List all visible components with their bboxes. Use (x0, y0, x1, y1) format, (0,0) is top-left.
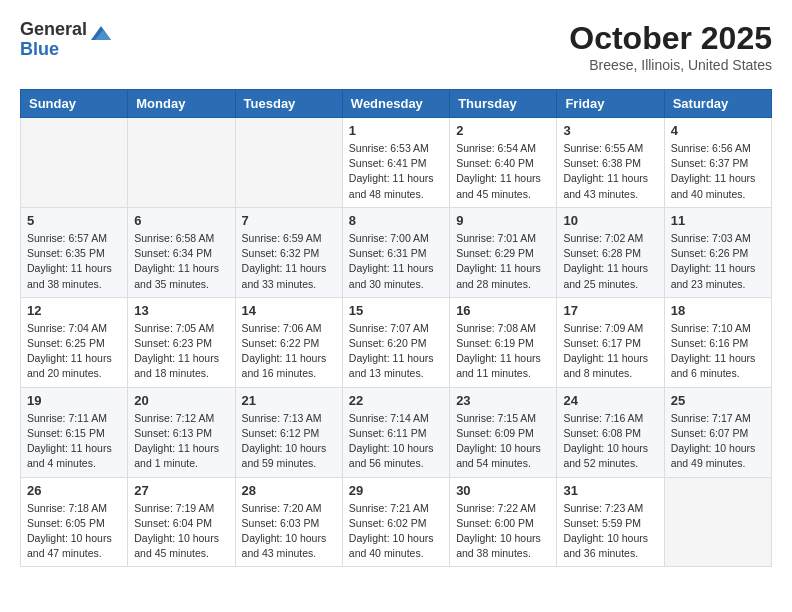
logo: General Blue (20, 20, 113, 60)
calendar-cell: 20Sunrise: 7:12 AM Sunset: 6:13 PM Dayli… (128, 387, 235, 477)
page-header: General Blue October 2025 Breese, Illino… (20, 20, 772, 73)
day-info: Sunrise: 7:21 AM Sunset: 6:02 PM Dayligh… (349, 501, 443, 562)
day-number: 12 (27, 303, 121, 318)
calendar-day-header: Friday (557, 90, 664, 118)
day-number: 15 (349, 303, 443, 318)
day-number: 10 (563, 213, 657, 228)
day-number: 29 (349, 483, 443, 498)
day-info: Sunrise: 7:17 AM Sunset: 6:07 PM Dayligh… (671, 411, 765, 472)
day-number: 4 (671, 123, 765, 138)
day-number: 6 (134, 213, 228, 228)
calendar-cell: 5Sunrise: 6:57 AM Sunset: 6:35 PM Daylig… (21, 207, 128, 297)
day-number: 9 (456, 213, 550, 228)
calendar-day-header: Thursday (450, 90, 557, 118)
calendar-cell: 24Sunrise: 7:16 AM Sunset: 6:08 PM Dayli… (557, 387, 664, 477)
day-info: Sunrise: 7:23 AM Sunset: 5:59 PM Dayligh… (563, 501, 657, 562)
day-number: 21 (242, 393, 336, 408)
day-info: Sunrise: 7:04 AM Sunset: 6:25 PM Dayligh… (27, 321, 121, 382)
calendar-cell: 17Sunrise: 7:09 AM Sunset: 6:17 PM Dayli… (557, 297, 664, 387)
calendar-cell: 10Sunrise: 7:02 AM Sunset: 6:28 PM Dayli… (557, 207, 664, 297)
day-info: Sunrise: 7:11 AM Sunset: 6:15 PM Dayligh… (27, 411, 121, 472)
day-info: Sunrise: 7:07 AM Sunset: 6:20 PM Dayligh… (349, 321, 443, 382)
calendar-week-row: 12Sunrise: 7:04 AM Sunset: 6:25 PM Dayli… (21, 297, 772, 387)
day-number: 26 (27, 483, 121, 498)
calendar-cell: 16Sunrise: 7:08 AM Sunset: 6:19 PM Dayli… (450, 297, 557, 387)
calendar-cell (664, 477, 771, 567)
day-info: Sunrise: 7:08 AM Sunset: 6:19 PM Dayligh… (456, 321, 550, 382)
calendar-cell: 29Sunrise: 7:21 AM Sunset: 6:02 PM Dayli… (342, 477, 449, 567)
calendar-cell: 13Sunrise: 7:05 AM Sunset: 6:23 PM Dayli… (128, 297, 235, 387)
calendar-header-row: SundayMondayTuesdayWednesdayThursdayFrid… (21, 90, 772, 118)
calendar-cell: 26Sunrise: 7:18 AM Sunset: 6:05 PM Dayli… (21, 477, 128, 567)
day-info: Sunrise: 7:06 AM Sunset: 6:22 PM Dayligh… (242, 321, 336, 382)
day-number: 27 (134, 483, 228, 498)
day-info: Sunrise: 7:16 AM Sunset: 6:08 PM Dayligh… (563, 411, 657, 472)
day-info: Sunrise: 7:15 AM Sunset: 6:09 PM Dayligh… (456, 411, 550, 472)
day-number: 22 (349, 393, 443, 408)
calendar-cell: 21Sunrise: 7:13 AM Sunset: 6:12 PM Dayli… (235, 387, 342, 477)
day-info: Sunrise: 7:14 AM Sunset: 6:11 PM Dayligh… (349, 411, 443, 472)
day-info: Sunrise: 6:53 AM Sunset: 6:41 PM Dayligh… (349, 141, 443, 202)
calendar-cell: 23Sunrise: 7:15 AM Sunset: 6:09 PM Dayli… (450, 387, 557, 477)
calendar-cell: 14Sunrise: 7:06 AM Sunset: 6:22 PM Dayli… (235, 297, 342, 387)
calendar-day-header: Tuesday (235, 90, 342, 118)
day-number: 2 (456, 123, 550, 138)
calendar-cell: 25Sunrise: 7:17 AM Sunset: 6:07 PM Dayli… (664, 387, 771, 477)
location: Breese, Illinois, United States (569, 57, 772, 73)
day-number: 16 (456, 303, 550, 318)
day-info: Sunrise: 7:02 AM Sunset: 6:28 PM Dayligh… (563, 231, 657, 292)
day-info: Sunrise: 7:12 AM Sunset: 6:13 PM Dayligh… (134, 411, 228, 472)
day-number: 5 (27, 213, 121, 228)
day-info: Sunrise: 7:10 AM Sunset: 6:16 PM Dayligh… (671, 321, 765, 382)
calendar-table: SundayMondayTuesdayWednesdayThursdayFrid… (20, 89, 772, 567)
calendar-cell: 2Sunrise: 6:54 AM Sunset: 6:40 PM Daylig… (450, 118, 557, 208)
day-number: 25 (671, 393, 765, 408)
day-info: Sunrise: 7:01 AM Sunset: 6:29 PM Dayligh… (456, 231, 550, 292)
calendar-cell: 12Sunrise: 7:04 AM Sunset: 6:25 PM Dayli… (21, 297, 128, 387)
day-number: 7 (242, 213, 336, 228)
calendar-cell: 1Sunrise: 6:53 AM Sunset: 6:41 PM Daylig… (342, 118, 449, 208)
calendar-cell: 30Sunrise: 7:22 AM Sunset: 6:00 PM Dayli… (450, 477, 557, 567)
day-info: Sunrise: 7:09 AM Sunset: 6:17 PM Dayligh… (563, 321, 657, 382)
day-number: 8 (349, 213, 443, 228)
calendar-cell (235, 118, 342, 208)
day-number: 20 (134, 393, 228, 408)
calendar-cell: 9Sunrise: 7:01 AM Sunset: 6:29 PM Daylig… (450, 207, 557, 297)
day-number: 17 (563, 303, 657, 318)
calendar-cell: 6Sunrise: 6:58 AM Sunset: 6:34 PM Daylig… (128, 207, 235, 297)
calendar-cell: 8Sunrise: 7:00 AM Sunset: 6:31 PM Daylig… (342, 207, 449, 297)
calendar-week-row: 19Sunrise: 7:11 AM Sunset: 6:15 PM Dayli… (21, 387, 772, 477)
day-number: 30 (456, 483, 550, 498)
day-info: Sunrise: 6:58 AM Sunset: 6:34 PM Dayligh… (134, 231, 228, 292)
day-info: Sunrise: 6:54 AM Sunset: 6:40 PM Dayligh… (456, 141, 550, 202)
day-number: 11 (671, 213, 765, 228)
day-info: Sunrise: 6:55 AM Sunset: 6:38 PM Dayligh… (563, 141, 657, 202)
calendar-cell: 27Sunrise: 7:19 AM Sunset: 6:04 PM Dayli… (128, 477, 235, 567)
day-number: 18 (671, 303, 765, 318)
day-info: Sunrise: 6:57 AM Sunset: 6:35 PM Dayligh… (27, 231, 121, 292)
calendar-cell: 15Sunrise: 7:07 AM Sunset: 6:20 PM Dayli… (342, 297, 449, 387)
calendar-cell: 28Sunrise: 7:20 AM Sunset: 6:03 PM Dayli… (235, 477, 342, 567)
calendar-cell: 18Sunrise: 7:10 AM Sunset: 6:16 PM Dayli… (664, 297, 771, 387)
day-info: Sunrise: 7:00 AM Sunset: 6:31 PM Dayligh… (349, 231, 443, 292)
calendar-cell: 4Sunrise: 6:56 AM Sunset: 6:37 PM Daylig… (664, 118, 771, 208)
day-number: 13 (134, 303, 228, 318)
calendar-day-header: Sunday (21, 90, 128, 118)
day-info: Sunrise: 7:22 AM Sunset: 6:00 PM Dayligh… (456, 501, 550, 562)
calendar-cell: 3Sunrise: 6:55 AM Sunset: 6:38 PM Daylig… (557, 118, 664, 208)
day-number: 1 (349, 123, 443, 138)
calendar-week-row: 26Sunrise: 7:18 AM Sunset: 6:05 PM Dayli… (21, 477, 772, 567)
day-number: 24 (563, 393, 657, 408)
day-info: Sunrise: 6:59 AM Sunset: 6:32 PM Dayligh… (242, 231, 336, 292)
day-number: 3 (563, 123, 657, 138)
calendar-week-row: 1Sunrise: 6:53 AM Sunset: 6:41 PM Daylig… (21, 118, 772, 208)
calendar-day-header: Wednesday (342, 90, 449, 118)
logo-blue: Blue (20, 40, 87, 60)
day-number: 31 (563, 483, 657, 498)
calendar-cell: 22Sunrise: 7:14 AM Sunset: 6:11 PM Dayli… (342, 387, 449, 477)
day-number: 14 (242, 303, 336, 318)
day-number: 23 (456, 393, 550, 408)
calendar-cell: 7Sunrise: 6:59 AM Sunset: 6:32 PM Daylig… (235, 207, 342, 297)
title-section: October 2025 Breese, Illinois, United St… (569, 20, 772, 73)
day-info: Sunrise: 7:13 AM Sunset: 6:12 PM Dayligh… (242, 411, 336, 472)
